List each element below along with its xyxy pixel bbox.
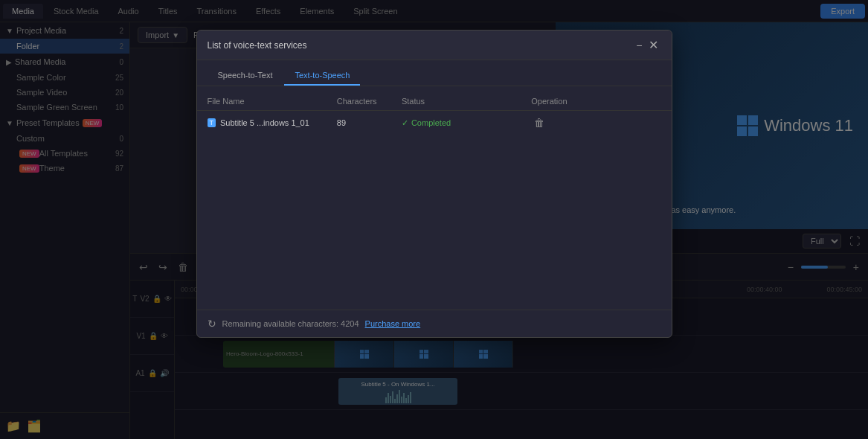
tab-text-to-speech[interactable]: Text-to-Speech xyxy=(284,66,360,86)
dialog-tabs: Speech-to-Text Text-to-Speech xyxy=(197,60,672,86)
refresh-icon[interactable]: ↻ xyxy=(208,318,216,330)
purchase-more-link[interactable]: Purchase more xyxy=(365,319,421,328)
tab-speech-to-text[interactable]: Speech-to-Text xyxy=(208,66,283,86)
table-row: T Subtitle 5 ...indows 1_01 89 ✓ Complet… xyxy=(197,111,672,135)
col-filename: File Name xyxy=(208,97,337,106)
col-status: Status xyxy=(402,97,531,106)
voice-text-dialog: List of voice-text services − ✕ Speech-t… xyxy=(196,30,672,338)
dialog-footer: ↻ Remaining available characters: 4204 P… xyxy=(197,310,672,337)
dialog-minimize-button[interactable]: − xyxy=(633,39,645,51)
dialog-content: File Name Characters Status Operation T … xyxy=(197,86,672,310)
operation-cell: 🗑 xyxy=(531,117,660,129)
dialog-header: List of voice-text services − ✕ xyxy=(197,31,672,60)
dialog-close-button[interactable]: ✕ xyxy=(646,38,661,52)
checkmark-icon: ✓ xyxy=(402,118,408,128)
file-type-icon: T xyxy=(208,118,216,127)
dialog-title: List of voice-text services xyxy=(208,40,634,51)
table-header: File Name Characters Status Operation xyxy=(197,92,672,111)
file-name-cell: T Subtitle 5 ...indows 1_01 xyxy=(208,118,337,127)
status-cell: ✓ Completed xyxy=(402,118,531,128)
col-operation: Operation xyxy=(531,97,660,106)
col-characters: Characters xyxy=(337,97,402,106)
characters-cell: 89 xyxy=(337,118,402,127)
dialog-overlay: List of voice-text services − ✕ Speech-t… xyxy=(0,0,868,439)
status-text: Completed xyxy=(411,118,451,127)
file-name-text: Subtitle 5 ...indows 1_01 xyxy=(220,118,309,127)
delete-row-button[interactable]: 🗑 xyxy=(531,117,547,129)
remaining-label: Remaining available characters: 4204 xyxy=(222,319,359,328)
